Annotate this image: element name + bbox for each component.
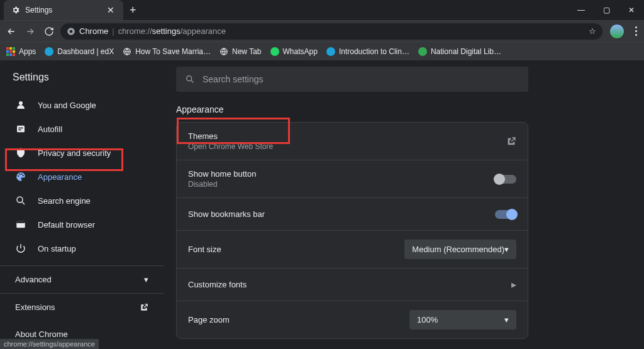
url-text: chrome://settings/appearance: [118, 26, 226, 36]
globe-icon: [123, 47, 131, 56]
sidebar-extensions[interactable]: Extensions: [0, 293, 164, 321]
browser-icon: [15, 219, 26, 230]
svg-point-8: [17, 197, 23, 202]
address-bar[interactable]: Chrome | chrome://settings/appearance ☆: [60, 23, 602, 40]
browser-tab[interactable]: Settings ✕: [4, 0, 123, 20]
palette-icon: [15, 171, 26, 182]
status-bar: chrome://settings/appearance: [0, 339, 99, 349]
chevron-right-icon: ▸: [511, 279, 516, 291]
person-icon: [15, 99, 26, 111]
search-icon: [185, 74, 195, 84]
window-titlebar: Settings ✕ + — ▢ ✕: [0, 0, 644, 20]
bookmark-item[interactable]: Dashboard | edX: [45, 47, 114, 56]
chevron-down-icon: ▾: [144, 275, 148, 284]
row-sublabel: Open Chrome Web Store: [188, 142, 273, 151]
bookmarks-bar: Apps Dashboard | edX How To Save Marria……: [0, 42, 644, 60]
sidebar-item-label: Privacy and security: [38, 148, 111, 158]
search-icon: [15, 195, 26, 206]
sidebar-item-label: Search engine: [38, 196, 91, 206]
sidebar-advanced[interactable]: Advanced ▾: [0, 265, 164, 293]
row-label: Font size: [188, 245, 221, 254]
sidebar-item-you-and-google[interactable]: You and Google: [0, 93, 164, 117]
search-settings-input[interactable]: Search settings: [176, 67, 528, 92]
favicon: [270, 47, 279, 56]
settings-content: Search settings Appearance Themes Open C…: [164, 60, 644, 349]
dropdown-font-size[interactable]: Medium (Recommended) ▾: [404, 240, 516, 259]
sidebar-item-label: Default browser: [38, 220, 95, 230]
close-tab-icon[interactable]: ✕: [104, 5, 117, 15]
bookmark-star-icon[interactable]: ☆: [589, 26, 596, 36]
profile-avatar[interactable]: [610, 25, 624, 38]
autofill-icon: [15, 123, 26, 135]
search-placeholder: Search settings: [203, 74, 264, 84]
svg-point-11: [187, 76, 192, 81]
maximize-button[interactable]: ▢: [594, 0, 619, 20]
sidebar-item-privacy[interactable]: Privacy and security: [0, 141, 164, 165]
sidebar-item-search-engine[interactable]: Search engine: [0, 189, 164, 213]
new-tab-button[interactable]: +: [123, 4, 143, 17]
kebab-menu-icon[interactable]: [631, 26, 640, 36]
favicon: [326, 47, 335, 56]
sidebar-title: Settings: [0, 67, 164, 93]
power-icon: [15, 243, 26, 254]
minimize-button[interactable]: —: [569, 0, 594, 20]
url-scheme: Chrome: [79, 26, 108, 36]
row-page-zoom: Page zoom 100% ▾: [177, 301, 528, 338]
bookmark-item[interactable]: WhatsApp: [270, 47, 318, 56]
favicon: [45, 47, 53, 56]
sidebar-item-label: You and Google: [38, 101, 96, 110]
sidebar-item-appearance[interactable]: Appearance: [0, 165, 164, 189]
row-label: Show home button: [188, 169, 256, 179]
globe-icon: [219, 47, 228, 56]
sidebar-item-label: Autofill: [38, 125, 62, 134]
row-home-button: Show home button Disabled: [177, 160, 528, 198]
sidebar-item-label: Appearance: [38, 172, 82, 182]
gear-icon: [11, 6, 20, 14]
favicon: [418, 47, 427, 56]
tab-title: Settings: [25, 6, 104, 14]
svg-point-4: [19, 101, 23, 105]
section-title-appearance: Appearance: [176, 104, 528, 114]
shield-icon: [15, 147, 26, 158]
svg-rect-7: [18, 130, 21, 131]
chevron-down-icon: ▾: [504, 315, 509, 324]
row-font-size: Font size Medium (Recommended) ▾: [177, 231, 528, 269]
settings-page: Settings You and Google Autofill Privacy…: [0, 60, 644, 349]
toolbar: Chrome | chrome://settings/appearance ☆: [0, 20, 644, 42]
sidebar-item-autofill[interactable]: Autofill: [0, 117, 164, 141]
bookmark-apps[interactable]: Apps: [6, 47, 36, 56]
row-label: Page zoom: [188, 315, 230, 324]
apps-grid-icon: [6, 47, 15, 56]
row-sublabel: Disabled: [188, 180, 256, 189]
bookmark-item[interactable]: National Digital Lib…: [418, 47, 501, 56]
svg-rect-6: [18, 128, 23, 129]
row-bookmarks-bar: Show bookmarks bar: [177, 198, 528, 231]
sidebar-item-on-startup[interactable]: On startup: [0, 236, 164, 260]
appearance-card: Themes Open Chrome Web Store Show home b…: [176, 122, 528, 339]
svg-rect-5: [17, 126, 25, 133]
sidebar-item-label: On startup: [38, 244, 76, 253]
toggle-home-button[interactable]: [495, 175, 516, 184]
bookmark-item[interactable]: Introduction to Clin…: [326, 47, 409, 56]
reload-button[interactable]: [42, 24, 57, 39]
open-external-icon: [140, 303, 148, 312]
svg-point-1: [70, 30, 73, 33]
chevron-down-icon: ▾: [504, 245, 509, 254]
open-external-icon: [506, 136, 516, 147]
svg-rect-10: [16, 221, 25, 223]
close-window-button[interactable]: ✕: [619, 0, 644, 20]
bookmark-item[interactable]: How To Save Marria…: [123, 47, 211, 56]
row-customize-fonts[interactable]: Customize fonts ▸: [177, 269, 528, 301]
forward-button[interactable]: [23, 24, 38, 39]
settings-sidebar: Settings You and Google Autofill Privacy…: [0, 60, 164, 349]
toggle-bookmarks-bar[interactable]: [495, 210, 516, 219]
row-themes[interactable]: Themes Open Chrome Web Store: [177, 123, 528, 160]
chrome-icon: [67, 27, 75, 36]
row-label: Show bookmarks bar: [188, 209, 265, 219]
bookmark-item[interactable]: New Tab: [219, 47, 261, 56]
dropdown-page-zoom[interactable]: 100% ▾: [409, 310, 516, 330]
window-controls: — ▢ ✕: [569, 0, 644, 20]
row-label: Themes: [188, 131, 273, 141]
sidebar-item-default-browser[interactable]: Default browser: [0, 213, 164, 236]
back-button[interactable]: [4, 24, 19, 39]
